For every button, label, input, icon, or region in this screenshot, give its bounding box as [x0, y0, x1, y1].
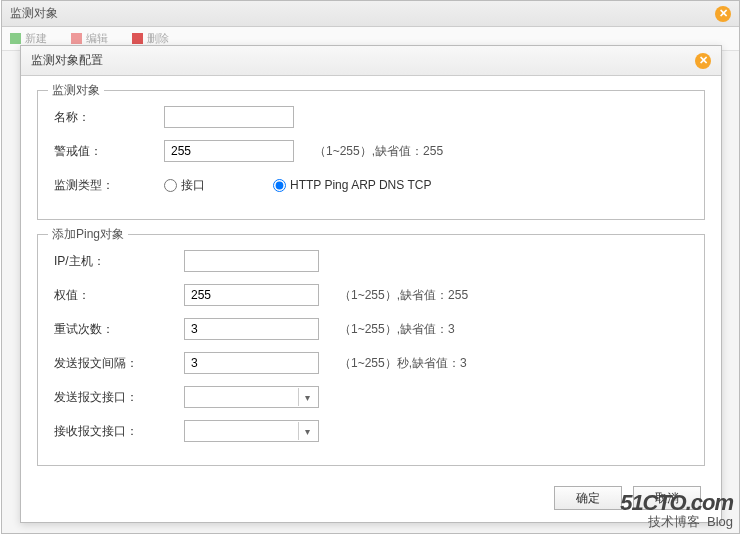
edit-icon — [71, 33, 82, 44]
type-label: 监测类型： — [54, 177, 164, 194]
interval-input[interactable] — [184, 352, 319, 374]
outer-window: 监测对象 ✕ 新建 编辑 删除 确定 取消 监测对象配置 ✕ 监测对象 名称： … — [1, 0, 740, 534]
dialog-button-row: 确定 取消 — [37, 480, 705, 512]
retry-hint: （1~255）,缺省值：3 — [339, 321, 455, 338]
interval-label: 发送报文间隔： — [54, 355, 184, 372]
recv-if-select[interactable]: ▾ — [184, 420, 319, 442]
retry-label: 重试次数： — [54, 321, 184, 338]
toolbar-new[interactable]: 新建 — [10, 31, 47, 46]
ip-label: IP/主机： — [54, 253, 184, 270]
add-ping-fieldset: 添加Ping对象 IP/主机： 权值： （1~255）,缺省值：255 重试次数… — [37, 234, 705, 466]
name-label: 名称： — [54, 109, 164, 126]
ip-input[interactable] — [184, 250, 319, 272]
plus-icon — [10, 33, 21, 44]
weight-input[interactable] — [184, 284, 319, 306]
outer-window-titlebar: 监测对象 ✕ — [2, 1, 739, 27]
close-icon[interactable]: ✕ — [715, 6, 731, 22]
radio-http-input[interactable] — [273, 179, 286, 192]
outer-window-title: 监测对象 — [10, 5, 58, 22]
dialog-body: 监测对象 名称： 警戒值： （1~255）,缺省值：255 监测类型： 接口 H… — [21, 76, 721, 522]
recv-if-label: 接收报文接口： — [54, 423, 184, 440]
name-input[interactable] — [164, 106, 294, 128]
send-if-select[interactable]: ▾ — [184, 386, 319, 408]
delete-icon — [132, 33, 143, 44]
monitor-object-legend: 监测对象 — [48, 82, 104, 99]
dialog-titlebar: 监测对象配置 ✕ — [21, 46, 721, 76]
cancel-button[interactable]: 取消 — [633, 486, 701, 510]
ok-button[interactable]: 确定 — [554, 486, 622, 510]
add-ping-legend: 添加Ping对象 — [48, 226, 128, 243]
weight-label: 权值： — [54, 287, 184, 304]
dialog-title: 监测对象配置 — [31, 52, 103, 69]
radio-http[interactable]: HTTP Ping ARP DNS TCP — [273, 178, 431, 192]
weight-hint: （1~255）,缺省值：255 — [339, 287, 468, 304]
retry-input[interactable] — [184, 318, 319, 340]
chevron-down-icon: ▾ — [298, 422, 316, 440]
config-dialog: 监测对象配置 ✕ 监测对象 名称： 警戒值： （1~255）,缺省值：255 监… — [20, 45, 722, 523]
toolbar-delete[interactable]: 删除 — [132, 31, 169, 46]
warn-hint: （1~255）,缺省值：255 — [314, 143, 443, 160]
warn-label: 警戒值： — [54, 143, 164, 160]
dialog-close-icon[interactable]: ✕ — [695, 53, 711, 69]
toolbar-edit[interactable]: 编辑 — [71, 31, 108, 46]
radio-interface[interactable]: 接口 — [164, 177, 205, 194]
interval-hint: （1~255）秒,缺省值：3 — [339, 355, 467, 372]
send-if-label: 发送报文接口： — [54, 389, 184, 406]
chevron-down-icon: ▾ — [298, 388, 316, 406]
monitor-object-fieldset: 监测对象 名称： 警戒值： （1~255）,缺省值：255 监测类型： 接口 H… — [37, 90, 705, 220]
warn-input[interactable] — [164, 140, 294, 162]
radio-interface-input[interactable] — [164, 179, 177, 192]
